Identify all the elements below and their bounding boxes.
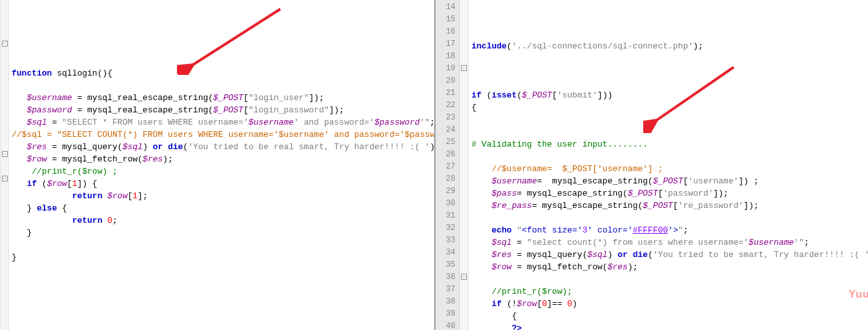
code-line[interactable] [471,65,868,77]
line-number[interactable]: 40 [436,320,459,330]
line-number[interactable]: 28 [436,173,459,185]
line-number[interactable]: 17 [436,38,459,50]
code-line[interactable]: include('../sql-connections/sql-connect.… [471,40,868,52]
code-line[interactable]: //print_r($row); [471,285,868,298]
code-line[interactable]: $row = mysql_fetch_row($res); [471,261,868,273]
line-number[interactable]: 34 [436,247,459,259]
line-number[interactable]: 19 [436,63,459,75]
right-fold-gutter[interactable]: −− [460,0,469,330]
code-line[interactable] [471,212,868,224]
line-number[interactable]: 29 [436,185,459,198]
code-line[interactable]: //$sql = "SELECT COUNT(*) FROM users WHE… [12,129,434,141]
code-line[interactable]: # Validating the user input........ [471,138,868,150]
code-line[interactable]: $res = mysql_query($sql) or die('You tri… [12,141,434,153]
code-line[interactable]: } [12,251,434,263]
line-number[interactable]: 30 [436,198,459,210]
code-line[interactable]: $pass= mysql_escape_string($_POST['passw… [471,187,868,200]
line-number[interactable]: 25 [436,136,459,149]
code-line[interactable]: } else { [12,202,434,214]
fold-toggle-icon[interactable]: − [2,176,8,181]
code-line[interactable]: if (!$row[0]== 0) [471,298,868,310]
code-line[interactable] [471,114,868,126]
code-line[interactable] [471,52,868,65]
code-line[interactable]: $username= mysql_escape_string($_POST['u… [471,175,868,187]
code-line[interactable]: $sql = "SELECT * FROM users WHERE userna… [12,116,434,129]
right-line-gutter[interactable]: 1415161718192021222324252627282930313233… [435,0,460,330]
fold-toggle-icon[interactable]: − [461,274,467,280]
code-line[interactable] [12,325,434,330]
code-line[interactable] [471,273,868,285]
line-number[interactable]: 20 [436,75,459,87]
watermark: Yuucn.com [849,289,868,300]
code-line[interactable]: if (isset($_POST['submit'])) [471,89,868,101]
code-line[interactable]: return 0; [12,214,434,227]
code-line[interactable]: { [471,101,868,114]
code-line[interactable] [12,43,434,55]
code-line[interactable]: $password = mysql_real_escape_string($_P… [12,104,434,116]
line-number[interactable]: 38 [436,296,459,308]
code-line[interactable] [12,30,434,43]
left-code-area[interactable]: function sqllogin(){ $username = mysql_r… [9,0,434,330]
code-line[interactable]: if ($row[1]) { [12,178,434,190]
fold-toggle-icon[interactable]: − [2,41,8,46]
code-line[interactable]: $row = mysql_fetch_row($res); [12,153,434,165]
line-number[interactable]: 22 [436,99,459,112]
code-line[interactable]: //$username= $_POST['username'] ; [471,163,868,175]
code-line[interactable]: return $row[1]; [12,190,434,202]
line-number[interactable]: 35 [436,259,459,271]
code-line[interactable]: ?> [471,322,868,330]
code-line[interactable] [12,239,434,251]
line-number[interactable]: 24 [436,124,459,136]
code-line[interactable] [471,150,868,163]
left-editor-pane: −−− function sqllogin(){ $username = mys… [0,0,434,330]
code-line[interactable] [12,288,434,300]
code-line[interactable]: $sql = "select count(*) from users where… [471,236,868,249]
line-number[interactable]: 37 [436,284,459,296]
line-number[interactable]: 31 [436,210,459,222]
line-number[interactable]: 18 [436,50,459,63]
code-line[interactable]: //print_r($row) ; [12,165,434,178]
fold-toggle-icon[interactable]: − [461,65,467,71]
line-number[interactable]: 27 [436,161,459,173]
line-number[interactable]: 33 [436,234,459,247]
line-number[interactable]: 39 [436,308,459,320]
fold-toggle-icon[interactable]: − [2,151,8,157]
right-code-area[interactable]: Yuucn.com include('../sql-connections/sq… [469,0,868,330]
line-number[interactable]: 36 [436,271,459,284]
code-line[interactable] [12,55,434,67]
code-line[interactable] [12,263,434,276]
code-line[interactable]: { [471,310,868,322]
code-line[interactable]: echo "<font size='3' color='#FFFF00'>"; [471,224,868,236]
code-line[interactable]: $res = mysql_query($sql) or die('You tri… [471,249,868,261]
line-number[interactable]: 26 [436,149,459,161]
line-number[interactable]: 14 [436,1,459,14]
code-line[interactable] [12,276,434,288]
line-number[interactable]: 16 [436,26,459,38]
line-number[interactable]: 21 [436,87,459,99]
code-line[interactable] [471,126,868,138]
line-number[interactable]: 32 [436,222,459,234]
code-line[interactable]: $username = mysql_real_escape_string($_P… [12,92,434,104]
code-line[interactable]: $re_pass= mysql_escape_string($_POST['re… [471,200,868,212]
line-number[interactable]: 15 [436,14,459,26]
right-editor-pane: 1415161718192021222324252627282930313233… [435,0,868,330]
code-line[interactable] [12,79,434,92]
code-line[interactable]: function sqllogin(){ [12,67,434,79]
code-line[interactable]: } [12,227,434,239]
code-line[interactable] [12,313,434,325]
code-line[interactable] [12,300,434,313]
code-line[interactable] [471,77,868,89]
line-number[interactable]: 23 [436,112,459,124]
left-fold-gutter[interactable]: −−− [0,0,9,330]
